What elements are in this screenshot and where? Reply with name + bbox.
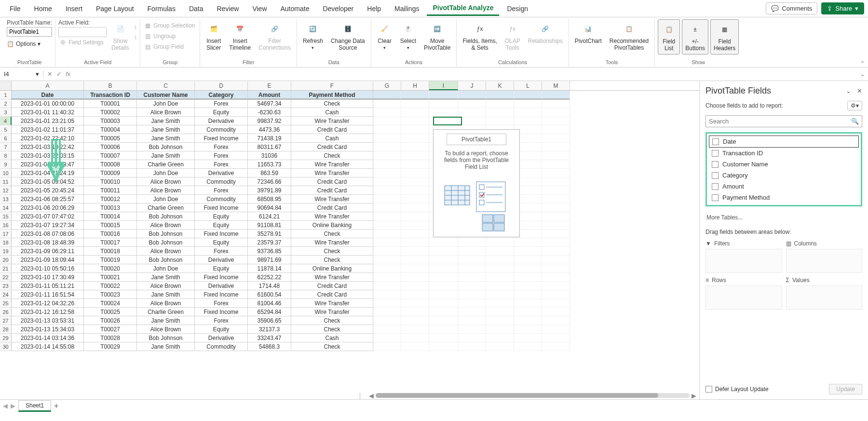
data-cell[interactable]: 54697.34 xyxy=(248,99,291,108)
data-cell[interactable]: Derivative xyxy=(195,169,248,177)
data-cell[interactable] xyxy=(514,290,542,299)
data-cell[interactable]: Fixed Income xyxy=(195,134,248,143)
data-cell[interactable]: 62252.22 xyxy=(248,273,291,282)
data-cell[interactable] xyxy=(401,342,429,351)
data-cell[interactable] xyxy=(401,316,429,325)
row-header[interactable]: 9 xyxy=(0,160,12,169)
data-cell[interactable]: T00007 xyxy=(84,151,137,160)
header-cell[interactable] xyxy=(542,91,570,99)
data-cell[interactable]: Alice Brown xyxy=(137,177,195,186)
data-cell[interactable] xyxy=(429,290,458,299)
header-cell[interactable] xyxy=(486,91,514,99)
data-cell[interactable]: 61600.54 xyxy=(248,290,291,299)
data-cell[interactable]: 80311.67 xyxy=(248,143,291,151)
data-cell[interactable]: 2023-01-04 09:43:47 xyxy=(12,160,84,169)
data-cell[interactable]: 23579.37 xyxy=(248,238,291,247)
data-cell[interactable]: Jane Smith xyxy=(137,117,195,125)
data-cell[interactable]: Alice Brown xyxy=(137,247,195,256)
data-cell[interactable] xyxy=(514,247,542,256)
data-cell[interactable]: Equity xyxy=(195,325,248,334)
row-header[interactable]: 10 xyxy=(0,169,12,177)
row-header[interactable]: 23 xyxy=(0,282,12,290)
data-cell[interactable] xyxy=(373,108,401,117)
data-cell[interactable]: Wire Transfer xyxy=(291,169,373,177)
data-cell[interactable] xyxy=(514,117,542,125)
data-cell[interactable]: 2023-01-08 18:48:39 xyxy=(12,238,84,247)
data-cell[interactable] xyxy=(514,325,542,334)
header-cell[interactable] xyxy=(373,91,401,99)
data-cell[interactable]: T00022 xyxy=(84,282,137,290)
row-header[interactable]: 14 xyxy=(0,204,12,212)
tab-pivottable-analyze[interactable]: PivotTable Analyze xyxy=(427,1,499,16)
data-cell[interactable]: Check xyxy=(291,247,373,256)
data-cell[interactable]: 2023-01-02 11:01:37 xyxy=(12,125,84,134)
data-cell[interactable] xyxy=(401,290,429,299)
data-cell[interactable] xyxy=(401,204,429,212)
tab-data[interactable]: Data xyxy=(183,2,209,15)
data-cell[interactable] xyxy=(401,299,429,308)
data-cell[interactable]: 2023-01-07 19:27:34 xyxy=(12,221,84,230)
data-cell[interactable] xyxy=(486,299,514,308)
data-cell[interactable]: T00017 xyxy=(84,238,137,247)
data-cell[interactable]: 2023-01-01 11:40:32 xyxy=(12,108,84,117)
header-cell[interactable] xyxy=(458,91,486,99)
data-cell[interactable]: 2023-01-02 22:42:10 xyxy=(12,134,84,143)
data-cell[interactable] xyxy=(373,169,401,177)
header-cell[interactable]: Category xyxy=(195,91,248,99)
column-header-G[interactable]: G xyxy=(373,81,401,90)
data-cell[interactable]: Forex xyxy=(195,299,248,308)
tab-design[interactable]: Design xyxy=(501,2,534,15)
column-header-E[interactable]: E xyxy=(248,81,291,90)
data-cell[interactable] xyxy=(458,117,486,125)
data-cell[interactable] xyxy=(542,342,570,351)
data-cell[interactable] xyxy=(486,117,514,125)
data-cell[interactable] xyxy=(542,160,570,169)
data-cell[interactable] xyxy=(542,143,570,151)
update-button[interactable]: Update xyxy=(829,384,862,394)
data-cell[interactable] xyxy=(486,342,514,351)
data-cell[interactable] xyxy=(542,177,570,186)
data-cell[interactable]: T00005 xyxy=(84,134,137,143)
tab-file[interactable]: File xyxy=(4,2,27,15)
data-cell[interactable] xyxy=(401,177,429,186)
fields-items-sets-button[interactable]: ƒxFields, Items, & Sets xyxy=(460,19,500,54)
data-cell[interactable]: Check xyxy=(291,316,373,325)
show-details-button[interactable]: 📄 Show Details xyxy=(108,19,132,54)
olap-tools-button[interactable]: ƒxOLAP Tools xyxy=(502,19,523,54)
data-cell[interactable]: Check xyxy=(291,325,373,334)
data-cell[interactable] xyxy=(373,299,401,308)
data-cell[interactable] xyxy=(401,247,429,256)
data-cell[interactable] xyxy=(542,247,570,256)
data-cell[interactable]: 2023-01-14 03:14:36 xyxy=(12,334,84,342)
prev-sheet-button[interactable]: ◀ xyxy=(3,402,8,409)
data-cell[interactable]: Jane Smith xyxy=(137,342,195,351)
more-tables-link[interactable]: More Tables... xyxy=(705,211,862,224)
data-cell[interactable] xyxy=(429,316,458,325)
data-cell[interactable]: Fixed Income xyxy=(195,273,248,282)
data-cell[interactable]: Commodity xyxy=(195,342,248,351)
row-header[interactable]: 3 xyxy=(0,108,12,117)
field-item-date[interactable]: Date xyxy=(709,136,859,148)
data-cell[interactable]: 2023-01-01 23:21:05 xyxy=(12,117,84,125)
row-header[interactable]: 17 xyxy=(0,230,12,238)
data-cell[interactable]: Wire Transfer xyxy=(291,160,373,169)
data-cell[interactable]: Wire Transfer xyxy=(291,238,373,247)
data-cell[interactable] xyxy=(401,186,429,195)
drill-up-icon[interactable]: ↕ xyxy=(134,33,137,41)
data-cell[interactable]: T00021 xyxy=(84,273,137,282)
data-cell[interactable]: 863.59 xyxy=(248,169,291,177)
data-cell[interactable]: Bob Johnson xyxy=(137,256,195,264)
row-header[interactable]: 25 xyxy=(0,299,12,308)
data-cell[interactable]: T00026 xyxy=(84,316,137,325)
data-cell[interactable] xyxy=(458,308,486,316)
data-cell[interactable] xyxy=(486,316,514,325)
data-cell[interactable] xyxy=(486,308,514,316)
data-cell[interactable]: 2023-01-13 03:53:31 xyxy=(12,316,84,325)
data-cell[interactable] xyxy=(401,117,429,125)
data-cell[interactable] xyxy=(542,108,570,117)
data-cell[interactable]: Forex xyxy=(195,151,248,160)
data-cell[interactable]: John Doe xyxy=(137,195,195,204)
pivottable-name-input[interactable] xyxy=(7,27,52,37)
data-cell[interactable] xyxy=(514,264,542,273)
data-cell[interactable]: Commodity xyxy=(195,195,248,204)
